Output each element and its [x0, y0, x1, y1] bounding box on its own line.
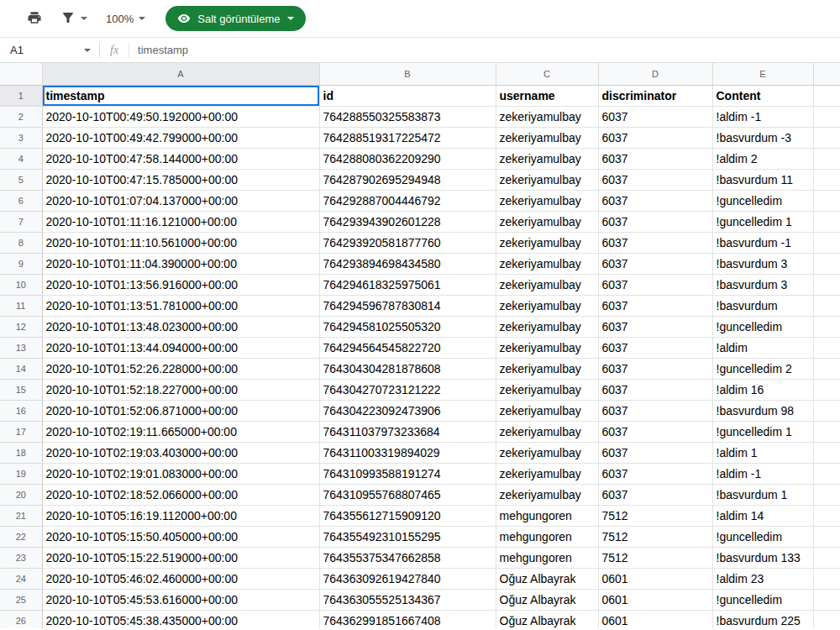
row-header-4[interactable]: 4	[0, 148, 42, 169]
row-header-10[interactable]: 10	[0, 274, 42, 295]
cell-F19[interactable]	[813, 463, 840, 484]
cell-F23[interactable]	[813, 547, 840, 568]
cell-C3[interactable]: zekeriyamulbay	[496, 127, 598, 148]
cell-D10[interactable]: 6037	[598, 274, 712, 295]
cell-D8[interactable]: 6037	[598, 232, 712, 253]
cell-B5[interactable]: 764287902695294948	[319, 169, 496, 190]
cell-E26[interactable]: !basvurdum 225	[712, 610, 813, 628]
cell-C26[interactable]: Oğuz Albayrak	[496, 610, 598, 628]
cell-C22[interactable]: mehgungoren	[496, 526, 598, 547]
col-header-E[interactable]: E	[712, 63, 813, 85]
cell-C7[interactable]: zekeriyamulbay	[496, 211, 598, 232]
cell-D19[interactable]: 6037	[598, 463, 712, 484]
cell-C25[interactable]: Oğuz Albayrak	[496, 589, 598, 610]
cell-D5[interactable]: 6037	[598, 169, 712, 190]
cell-D21[interactable]: 7512	[598, 505, 712, 526]
row-header-5[interactable]: 5	[0, 169, 42, 190]
cell-A15[interactable]: 2020-10-10T01:52:18.227000+00:00	[42, 379, 319, 400]
cell-D14[interactable]: 6037	[598, 358, 712, 379]
cell-B26[interactable]: 764362991851667408	[319, 610, 496, 628]
cell-E13[interactable]: !aldim	[712, 337, 813, 358]
cell-E12[interactable]: !guncelledim	[712, 316, 813, 337]
cell-A1[interactable]: timestamp	[42, 85, 319, 106]
cell-F12[interactable]	[813, 316, 840, 337]
cell-E17[interactable]: !guncelledim 1	[712, 421, 813, 442]
cell-A26[interactable]: 2020-10-10T05:45:38.435000+00:00	[42, 610, 319, 628]
cell-E5[interactable]: !basvurdum 11	[712, 169, 813, 190]
cell-E1[interactable]: Content	[712, 85, 813, 106]
cell-F25[interactable]	[813, 589, 840, 610]
cell-B15[interactable]: 764304270723121222	[319, 379, 496, 400]
filter-views-button[interactable]	[60, 10, 87, 28]
row-header-18[interactable]: 18	[0, 442, 42, 463]
col-header-partial[interactable]	[813, 63, 840, 85]
row-header-11[interactable]: 11	[0, 295, 42, 316]
cell-C13[interactable]: zekeriyamulbay	[496, 337, 598, 358]
cell-F13[interactable]	[813, 337, 840, 358]
cell-F14[interactable]	[813, 358, 840, 379]
row-header-17[interactable]: 17	[0, 421, 42, 442]
view-only-mode-button[interactable]: Salt görüntüleme	[165, 6, 305, 31]
cell-B23[interactable]: 764355375347662858	[319, 547, 496, 568]
cell-D1[interactable]: discriminator	[598, 85, 712, 106]
cell-E10[interactable]: !basvurdum 3	[712, 274, 813, 295]
row-header-1[interactable]: 1	[0, 85, 42, 106]
cell-E19[interactable]: !aldim -1	[712, 463, 813, 484]
cell-D25[interactable]: 0601	[598, 589, 712, 610]
cell-A17[interactable]: 2020-10-10T02:19:11.665000+00:00	[42, 421, 319, 442]
cell-D22[interactable]: 7512	[598, 526, 712, 547]
cell-E25[interactable]: !guncelledim	[712, 589, 813, 610]
cell-E11[interactable]: !basvurdum	[712, 295, 813, 316]
cell-D20[interactable]: 6037	[598, 484, 712, 505]
cell-F11[interactable]	[813, 295, 840, 316]
row-header-24[interactable]: 24	[0, 568, 42, 589]
cell-C6[interactable]: zekeriyamulbay	[496, 190, 598, 211]
cell-A23[interactable]: 2020-10-10T05:15:22.519000+00:00	[42, 547, 319, 568]
cell-B22[interactable]: 764355492310155295	[319, 526, 496, 547]
row-header-20[interactable]: 20	[0, 484, 42, 505]
row-header-7[interactable]: 7	[0, 211, 42, 232]
select-all-corner[interactable]	[0, 63, 42, 85]
cell-C19[interactable]: zekeriyamulbay	[496, 463, 598, 484]
cell-F18[interactable]	[813, 442, 840, 463]
cell-D13[interactable]: 6037	[598, 337, 712, 358]
cell-C1[interactable]: username	[496, 85, 598, 106]
name-box[interactable]: A1	[0, 38, 99, 62]
col-header-D[interactable]: D	[598, 63, 712, 85]
cell-B17[interactable]: 764311037973233684	[319, 421, 496, 442]
cell-D26[interactable]: 0601	[598, 610, 712, 628]
cell-C16[interactable]: zekeriyamulbay	[496, 400, 598, 421]
cell-A21[interactable]: 2020-10-10T05:16:19.112000+00:00	[42, 505, 319, 526]
cell-A2[interactable]: 2020-10-10T00:49:50.192000+00:00	[42, 106, 319, 127]
cell-A14[interactable]: 2020-10-10T01:52:26.228000+00:00	[42, 358, 319, 379]
cell-E18[interactable]: !aldim 1	[712, 442, 813, 463]
cell-B13[interactable]: 764294564545822720	[319, 337, 496, 358]
cell-C2[interactable]: zekeriyamulbay	[496, 106, 598, 127]
cell-C21[interactable]: mehgungoren	[496, 505, 598, 526]
cell-B6[interactable]: 764292887004446792	[319, 190, 496, 211]
cell-F3[interactable]	[813, 127, 840, 148]
cell-C24[interactable]: Oğuz Albayrak	[496, 568, 598, 589]
cell-C14[interactable]: zekeriyamulbay	[496, 358, 598, 379]
cell-B1[interactable]: id	[319, 85, 496, 106]
row-header-14[interactable]: 14	[0, 358, 42, 379]
cell-A4[interactable]: 2020-10-10T00:47:58.144000+00:00	[42, 148, 319, 169]
cell-F26[interactable]	[813, 610, 840, 628]
cell-B24[interactable]: 764363092619427840	[319, 568, 496, 589]
cell-B20[interactable]: 764310955768807465	[319, 484, 496, 505]
cell-D24[interactable]: 0601	[598, 568, 712, 589]
row-header-13[interactable]: 13	[0, 337, 42, 358]
row-header-19[interactable]: 19	[0, 463, 42, 484]
cell-E4[interactable]: !aldim 2	[712, 148, 813, 169]
cell-E6[interactable]: !guncelledim	[712, 190, 813, 211]
cell-E23[interactable]: !basvurdum 133	[712, 547, 813, 568]
cell-C20[interactable]: zekeriyamulbay	[496, 484, 598, 505]
cell-E24[interactable]: !aldim 23	[712, 568, 813, 589]
cell-E7[interactable]: !guncelledim 1	[712, 211, 813, 232]
col-header-C[interactable]: C	[496, 63, 598, 85]
row-header-8[interactable]: 8	[0, 232, 42, 253]
row-header-26[interactable]: 26	[0, 610, 42, 628]
cell-A8[interactable]: 2020-10-10T01:11:10.561000+00:00	[42, 232, 319, 253]
cell-A3[interactable]: 2020-10-10T00:49:42.799000+00:00	[42, 127, 319, 148]
cell-D3[interactable]: 6037	[598, 127, 712, 148]
